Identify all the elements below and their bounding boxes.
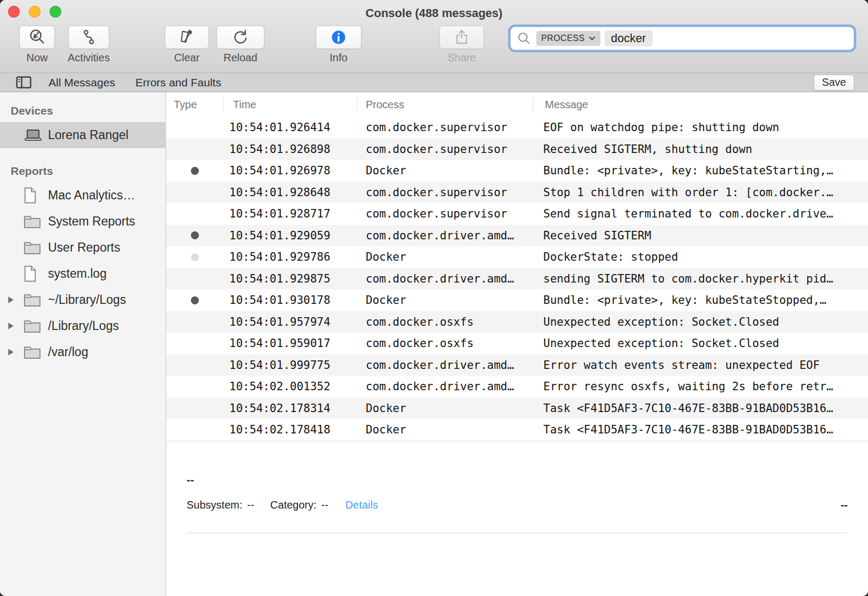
sidebar-toggle-icon[interactable] [16,76,31,88]
now-button[interactable]: Now [19,26,55,64]
sidebar-item-system-reports[interactable]: System Reports [0,208,165,235]
error-dot-icon [191,167,199,175]
folder-icon [23,240,45,255]
type-cell [166,167,223,175]
message-cell: Task <F41D5AF3-7C10-467E-83BB-91BAD0D53B… [533,423,868,436]
search-field[interactable]: PROCESS docker [510,27,854,50]
clear-button[interactable]: Clear [165,26,209,64]
process-cell: Docker [357,423,533,436]
time-cell: 10:54:01.929786 [223,251,357,263]
reload-button[interactable]: Reload [216,26,264,64]
sidebar-item--library-logs[interactable]: ~/Library/Logs [0,287,165,313]
document-icon [23,265,45,282]
detail-meta-line: Subsystem: -- Category: -- Details -- [187,499,848,511]
time-cell: 10:54:01.959017 [223,337,357,350]
sidebar-item-label: ~/Library/Logs [48,293,126,307]
detail-right-value: -- [841,499,848,511]
reload-label: Reload [223,52,257,64]
log-row[interactable]: 10:54:01.930178DockerBundle: <private>, … [166,289,868,311]
time-cell: 10:54:01.957974 [223,316,357,328]
window-chrome: Console (488 messages) Now Activities [0,0,868,73]
details-link[interactable]: Details [345,499,378,511]
log-row[interactable]: 10:54:02.178314DockerTask <F41D5AF3-7C10… [166,398,868,420]
search-query-token[interactable]: docker [605,30,653,46]
time-cell: 10:54:01.929059 [223,229,357,242]
save-button[interactable]: Save [814,75,854,91]
log-row[interactable]: 10:54:01.928648com.docker.supervisorStop… [166,182,868,204]
detail-title: -- [187,473,848,486]
sidebar-item-label: Lorena Rangel [48,128,128,142]
debug-dot-icon [191,253,199,261]
titlebar[interactable]: Console (488 messages) [0,0,868,24]
filter-errors-and-faults[interactable]: Errors and Faults [135,76,221,89]
log-row[interactable]: 10:54:01.929875com.docker.driver.amd…sen… [166,268,868,290]
column-header-type[interactable]: Type [166,96,223,112]
process-cell: com.docker.supervisor [357,186,533,199]
detail-divider [187,533,848,534]
folder-icon [23,345,45,359]
process-cell: Docker [357,294,533,307]
sidebar-item-system-log[interactable]: system.log [0,261,165,287]
message-cell: Error watch events stream: unexpected EO… [533,359,868,372]
log-pane: Type Time Process Message 10:54:01.92641… [166,92,868,596]
sidebar-section-header: Reports [0,159,165,182]
time-cell: 10:54:02.178314 [223,402,357,415]
column-header-time[interactable]: Time [223,96,357,112]
message-cell: Unexpected exception: Socket.Closed [533,337,868,350]
process-cell: com.docker.driver.amd… [357,229,533,242]
process-cell: com.docker.driver.amd… [357,380,533,393]
time-cell: 10:54:01.928648 [223,186,357,199]
message-cell: Stop 1 children with order 1: [com.docke… [533,186,868,199]
log-row[interactable]: 10:54:01.926898com.docker.supervisorRece… [166,139,868,160]
sidebar-item-user-reports[interactable]: User Reports [0,235,165,261]
activities-icon [79,28,98,46]
log-row[interactable]: 10:54:01.957974com.docker.osxfsUnexpecte… [166,311,868,333]
log-row[interactable]: 10:54:01.929059com.docker.driver.amd…Rec… [166,225,868,247]
disclosure-triangle-icon[interactable] [7,296,23,304]
content: DevicesLorena RangelReportsMac Analytics… [0,92,868,596]
sidebar-item-label: /var/log [48,345,88,359]
log-row[interactable]: 10:54:02.178418DockerTask <F41D5AF3-7C10… [166,419,868,441]
message-cell: EOF on watchdog pipe: shutting down [533,121,868,134]
log-row[interactable]: 10:54:01.999775com.docker.driver.amd…Err… [166,355,868,376]
share-button[interactable]: Share [439,26,484,64]
sidebar-item-label: Mac Analytics… [48,188,135,203]
time-cell: 10:54:01.929875 [223,272,357,285]
sidebar-item-label: User Reports [48,240,120,255]
search-filter-token[interactable]: PROCESS [536,31,600,46]
process-cell: Docker [357,164,533,177]
sidebar-item-label: System Reports [48,214,135,229]
log-row[interactable]: 10:54:01.928717com.docker.supervisorSend… [166,203,868,225]
sidebar-item-mac-analytics-[interactable]: Mac Analytics… [0,182,165,208]
sidebar-item--library-logs[interactable]: /Library/Logs [0,313,165,339]
info-button[interactable]: Info [316,26,361,64]
log-row[interactable]: 10:54:01.926978DockerBundle: <private>, … [166,160,868,182]
clear-icon [178,28,196,46]
disclosure-triangle-icon[interactable] [7,348,23,356]
log-table-body: 10:54:01.926414com.docker.supervisorEOF … [166,117,868,441]
filter-all-messages[interactable]: All Messages [49,76,115,89]
folder-icon [23,214,45,229]
log-row[interactable]: 10:54:01.926414com.docker.supervisorEOF … [166,117,868,139]
column-header-process[interactable]: Process [357,96,533,112]
time-cell: 10:54:01.999775 [223,359,357,372]
activities-button[interactable]: Activities [68,26,110,64]
sidebar-item-lorena-rangel[interactable]: Lorena Rangel [0,122,165,148]
share-label: Share [447,52,476,64]
message-cell: Send signal terminated to com.docker.dri… [533,207,868,220]
reload-icon [231,28,250,46]
filter-bar: All Messages Errors and Faults Save [0,73,868,92]
subsystem-label: Subsystem: [187,499,242,511]
folder-icon [23,319,45,333]
sidebar-item--var-log[interactable]: /var/log [0,339,165,365]
log-row[interactable]: 10:54:01.959017com.docker.osxfsUnexpecte… [166,333,868,355]
log-row[interactable]: 10:54:01.929786DockerDockerState: stoppe… [166,246,868,268]
process-cell: com.docker.driver.amd… [357,359,533,372]
sidebar-item-label: /Library/Logs [48,319,119,333]
sidebar-section-header: Devices [0,99,165,122]
time-cell: 10:54:01.926898 [223,143,357,156]
log-row[interactable]: 10:54:02.001352com.docker.driver.amd…Err… [166,376,868,398]
disclosure-triangle-icon[interactable] [7,322,23,330]
column-header-message[interactable]: Message [533,96,868,112]
info-label: Info [329,52,347,64]
